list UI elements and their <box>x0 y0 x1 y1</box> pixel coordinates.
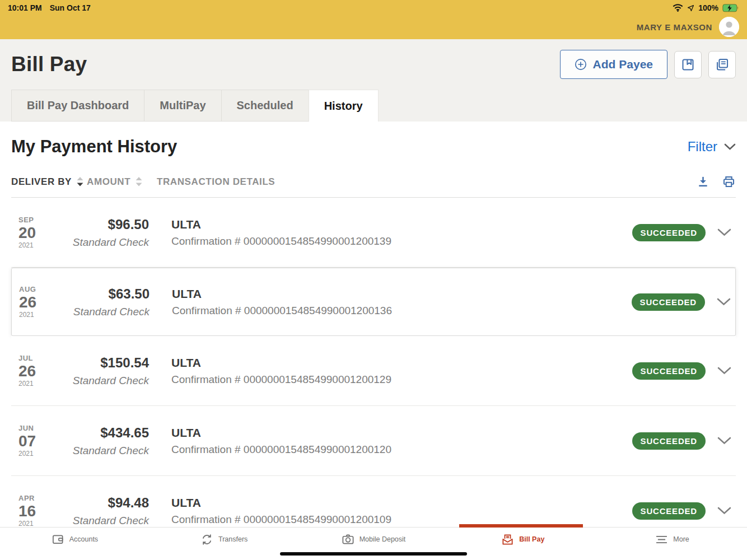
chevron-down-icon <box>724 143 736 150</box>
page-actions: Add Payee <box>560 50 736 79</box>
transaction-details-cell: ULTA Confirmation # 00000001548549900012… <box>172 287 632 317</box>
battery-charging-icon <box>722 4 739 12</box>
status-badge: SUCCEEDED <box>632 293 705 311</box>
status-badge: SUCCEEDED <box>632 432 706 450</box>
payment-row[interactable]: JUL 26 2021 $150.54 Standard Check ULTA … <box>11 336 736 406</box>
transaction-details-cell: ULTA Confirmation # 00000001548549900012… <box>171 426 632 456</box>
expand-chevron-icon[interactable] <box>717 298 731 306</box>
add-payee-label: Add Payee <box>593 58 653 71</box>
nav-item-transfers[interactable]: Transfers <box>150 528 299 560</box>
confirmation-number: Confirmation # 0000000154854990001200136 <box>172 305 632 317</box>
amount-cell: $94.48 Standard Check <box>58 495 149 527</box>
column-amount[interactable]: AMOUNT <box>87 176 157 188</box>
payee-book-button[interactable] <box>674 51 702 78</box>
status-time: 10:01 PM <box>8 3 42 12</box>
payment-amount: $150.54 <box>58 355 149 371</box>
expand-chevron-icon[interactable] <box>717 367 731 375</box>
top-bar: 10:01 PM Sun Oct 17 100% MARY E MAXSON <box>0 0 747 39</box>
payment-method: Standard Check <box>58 375 149 387</box>
tab-label: Scheduled <box>237 99 293 112</box>
date-month: JUL <box>18 354 58 362</box>
nav-label: More <box>673 535 689 543</box>
wifi-icon <box>673 4 683 12</box>
add-payee-button[interactable]: Add Payee <box>560 50 667 79</box>
payee-name: ULTA <box>171 496 632 510</box>
date-month: APR <box>18 494 58 502</box>
battery-percent: 100% <box>698 3 718 12</box>
status-badge: SUCCEEDED <box>632 224 706 241</box>
nav-item-accounts[interactable]: Accounts <box>0 528 150 560</box>
deliver-date: JUL 26 2021 <box>18 354 58 388</box>
date-year: 2021 <box>18 380 58 388</box>
tab-label: History <box>324 100 363 113</box>
payment-rows: SEP 20 2021 $96.50 Standard Check ULTA C… <box>11 198 736 546</box>
amount-cell: $150.54 Standard Check <box>58 355 149 387</box>
payment-row[interactable]: JUN 07 2021 $434.65 Standard Check ULTA … <box>11 406 736 476</box>
user-name: MARY E MAXSON <box>637 22 712 32</box>
history-title: My Payment History <box>11 137 177 157</box>
confirmation-number: Confirmation # 0000000154854990001200139 <box>171 235 632 248</box>
bill-pay-envelope-icon <box>501 533 514 546</box>
date-day: 26 <box>18 363 58 379</box>
payee-name: ULTA <box>172 287 632 301</box>
payment-method: Standard Check <box>58 515 149 527</box>
date-year: 2021 <box>19 311 58 319</box>
date-day: 20 <box>18 225 58 241</box>
sort-icon-amount <box>136 177 142 186</box>
avatar[interactable] <box>719 17 739 37</box>
column-deliver-by[interactable]: DELIVER BY <box>11 176 87 188</box>
status-date: Sun Oct 17 <box>50 3 91 12</box>
amount-cell: $96.50 Standard Check <box>58 217 149 249</box>
table-header: DELIVER BY AMOUNT TRANSACTION DETAILS <box>11 175 736 198</box>
deliver-date: AUG 26 2021 <box>19 285 58 319</box>
filter-button[interactable]: Filter <box>688 139 736 155</box>
home-indicator[interactable] <box>280 552 467 556</box>
tab-bill-pay-dashboard[interactable]: Bill Pay Dashboard <box>11 90 144 122</box>
expand-chevron-icon[interactable] <box>717 228 731 236</box>
payment-amount: $96.50 <box>58 217 149 232</box>
transaction-details-cell: ULTA Confirmation # 00000001548549900012… <box>171 356 632 386</box>
documents-button[interactable] <box>708 51 736 78</box>
payment-method: Standard Check <box>58 306 150 318</box>
page-head: Bill Pay Add Payee <box>0 39 747 90</box>
more-menu-icon <box>655 535 668 544</box>
confirmation-number: Confirmation # 0000000154854990001200120 <box>171 444 632 456</box>
page-title: Bill Pay <box>11 53 87 76</box>
accounts-wallet-icon <box>52 533 64 546</box>
tab-label: MultiPay <box>160 99 206 112</box>
payment-method: Standard Check <box>58 236 149 249</box>
history-panel: My Payment History Filter DELIVER BY AMO… <box>0 122 747 560</box>
tab-scheduled[interactable]: Scheduled <box>221 90 309 122</box>
filter-label: Filter <box>688 139 717 155</box>
date-year: 2021 <box>18 450 58 458</box>
tab-history[interactable]: History <box>309 90 379 122</box>
payee-book-icon <box>680 57 695 72</box>
payment-amount: $434.65 <box>58 425 149 441</box>
payment-row[interactable]: AUG 26 2021 $63.50 Standard Check ULTA C… <box>11 268 736 336</box>
confirmation-number: Confirmation # 0000000154854990001200129 <box>171 374 632 386</box>
payment-row[interactable]: SEP 20 2021 $96.50 Standard Check ULTA C… <box>11 198 736 268</box>
deliver-date: JUN 07 2021 <box>18 424 58 458</box>
nav-item-more[interactable]: More <box>597 528 747 560</box>
expand-chevron-icon[interactable] <box>717 437 731 445</box>
nav-label: Mobile Deposit <box>360 535 406 543</box>
download-icon[interactable] <box>697 175 709 188</box>
camera-icon <box>342 533 354 546</box>
nav-label: Accounts <box>69 535 98 543</box>
amount-cell: $434.65 Standard Check <box>58 425 149 457</box>
payee-name: ULTA <box>171 426 632 440</box>
expand-chevron-icon[interactable] <box>717 507 731 515</box>
nav-item-bill-pay[interactable]: Bill Pay <box>448 528 597 560</box>
date-month: SEP <box>18 216 58 224</box>
date-day: 07 <box>18 433 58 449</box>
nav-label: Bill Pay <box>519 535 544 543</box>
deliver-date: SEP 20 2021 <box>18 216 58 249</box>
print-icon[interactable] <box>722 175 736 189</box>
tab-multipay[interactable]: MultiPay <box>144 90 221 122</box>
status-badge: SUCCEEDED <box>632 502 706 520</box>
transfers-icon <box>200 533 213 546</box>
transaction-details-cell: ULTA Confirmation # 00000001548549900012… <box>171 496 632 526</box>
amount-cell: $63.50 Standard Check <box>58 286 150 318</box>
date-year: 2021 <box>18 241 58 249</box>
nav-label: Transfers <box>218 535 248 543</box>
